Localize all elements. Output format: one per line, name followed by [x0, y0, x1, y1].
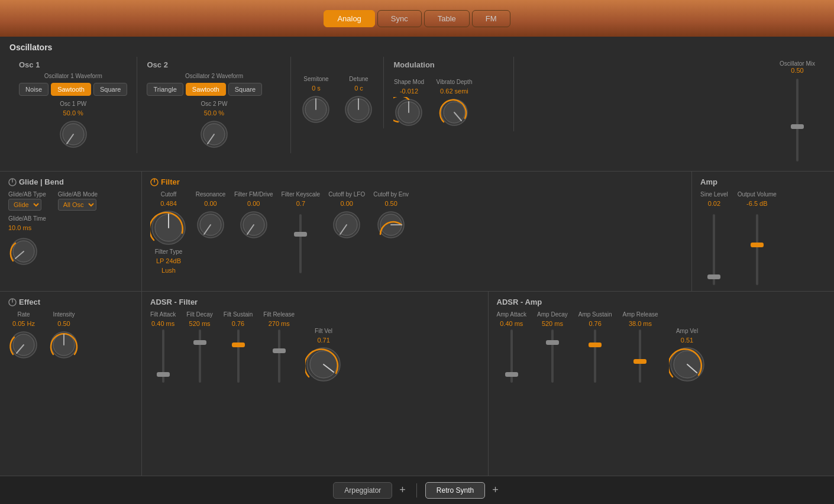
- effect-knobs: Rate 0.05 Hz Intensity 0.50: [8, 311, 133, 360]
- filter-power-icon[interactable]: [150, 178, 159, 186]
- shape-mod-label: Shape Mod: [394, 79, 424, 85]
- filt-release-thumb[interactable]: [273, 348, 286, 353]
- modulation-panel: Modulation Shape Mod -0.012 Vibrato: [384, 57, 514, 131]
- filter-type-value: LP 24dB: [156, 257, 181, 264]
- filt-decay-thumb[interactable]: [193, 340, 206, 345]
- adsr-filter-title: ADSR - Filter: [150, 298, 198, 306]
- amp-sustain-track[interactable]: [594, 329, 596, 383]
- glide-mode-label: Glide/AB Mode: [58, 191, 98, 198]
- arpeggiator-tab[interactable]: Arpeggiator: [333, 482, 392, 499]
- amp-sustain-thumb[interactable]: [589, 343, 602, 347]
- output-vol-thumb[interactable]: [751, 243, 764, 247]
- filter-resonance-knob[interactable]: [195, 209, 226, 240]
- output-vol-group: Output Volume -6.5 dB: [738, 191, 777, 285]
- glide-params-row1: Glide/AB Type Glide Glide/AB Mode All Os…: [8, 191, 133, 211]
- filter-fm-knob[interactable]: [238, 209, 269, 240]
- tab-analog[interactable]: Analog: [324, 10, 374, 27]
- filt-decay-track[interactable]: [199, 329, 201, 383]
- amp-decay-track[interactable]: [551, 329, 554, 383]
- glide-type-item: Glide/AB Type Glide: [8, 191, 46, 211]
- shape-mod-value: -0.012: [400, 88, 418, 95]
- tab-fm[interactable]: FM: [472, 10, 510, 27]
- osc1-sawtooth-btn[interactable]: Sawtooth: [51, 83, 91, 96]
- osc1-square-btn[interactable]: Square: [93, 83, 127, 96]
- adsr-amp-section: ADSR - Amp Amp Attack 0.40 ms Amp Decay …: [489, 292, 835, 476]
- cutoff-lfo-value: 0.00: [340, 200, 353, 207]
- filter-type-label: Filter Type: [155, 248, 183, 255]
- osc-mix-slider-track[interactable]: [796, 79, 799, 161]
- filter-keyscale-thumb[interactable]: [294, 232, 307, 237]
- osc-mix-slider-thumb[interactable]: [791, 124, 804, 129]
- glide-time-knob[interactable]: [8, 236, 39, 267]
- filt-attack-thumb[interactable]: [157, 372, 170, 377]
- osc1-waveform-label: Oscillator 1 Waveform: [19, 73, 127, 79]
- middle-row: Glide | Bend Glide/AB Type Glide Glide/A…: [0, 172, 834, 292]
- glide-time-label: Glide/AB Time: [8, 215, 46, 222]
- adsr-amp-header: ADSR - Amp: [497, 298, 826, 306]
- filt-vel-knob[interactable]: [305, 346, 342, 383]
- effect-rate-knob[interactable]: [8, 329, 39, 360]
- osc2-pw-knob[interactable]: [199, 119, 229, 150]
- osc1-pw-group: Osc 1 PW 50.0 %: [19, 101, 127, 150]
- cutoff-lfo-knob[interactable]: [331, 209, 362, 240]
- amp-release-thumb[interactable]: [633, 359, 646, 364]
- filter-header: Filter: [150, 177, 683, 186]
- add-retro-synth-btn[interactable]: +: [490, 484, 501, 496]
- filter-knobs-row: Cutoff 0.484 Filter Type LP 24dB Lush Re…: [150, 191, 683, 274]
- cutoff-env-knob[interactable]: [376, 209, 406, 240]
- amp-attack-value: 0.40 ms: [500, 320, 523, 327]
- amp-vel-knob[interactable]: [669, 346, 706, 383]
- osc2-detune-group: Detune 0 c: [343, 76, 374, 125]
- osc1-label: Osc 1: [19, 60, 127, 69]
- bottom-row: Effect Rate 0.05 Hz Intensity 0.50: [0, 292, 834, 476]
- osc2-triangle-btn[interactable]: Triangle: [147, 83, 183, 96]
- filt-release-item: Filt Release 270 ms: [263, 311, 295, 383]
- filt-sustain-thumb[interactable]: [232, 343, 245, 347]
- filt-attack-track[interactable]: [162, 329, 164, 383]
- filt-release-track[interactable]: [278, 329, 280, 383]
- amp-header: Amp: [700, 177, 826, 186]
- amp-sustain-item: Amp Sustain 0.76: [578, 311, 612, 383]
- effect-power-icon[interactable]: [8, 298, 17, 306]
- osc2-semitone-value: 0 s: [312, 85, 321, 92]
- amp-attack-label: Amp Attack: [497, 311, 527, 318]
- output-vol-track[interactable]: [756, 214, 758, 285]
- filter-fm-label: Filter FM/Drive: [234, 191, 273, 198]
- amp-release-track[interactable]: [639, 329, 641, 383]
- amp-attack-thumb[interactable]: [505, 372, 518, 377]
- amp-title: Amp: [700, 177, 717, 186]
- filter-cutoff-label: Cutoff: [161, 191, 177, 198]
- osc2-detune-knob[interactable]: [343, 94, 374, 125]
- shape-mod-knob[interactable]: [393, 97, 424, 128]
- glide-power-icon[interactable]: [8, 178, 17, 186]
- amp-decay-item: Amp Decay 520 ms: [537, 311, 568, 383]
- filter-resonance-value: 0.00: [204, 200, 216, 207]
- effect-intensity-value: 0.50: [57, 320, 70, 327]
- osc2-square-btn[interactable]: Square: [228, 83, 262, 96]
- filter-keyscale-track[interactable]: [299, 214, 302, 273]
- modulation-label: Modulation: [393, 60, 504, 69]
- filt-sustain-track[interactable]: [237, 329, 240, 383]
- vibrato-depth-knob[interactable]: [439, 97, 470, 128]
- glide-mode-select[interactable]: All Osc: [58, 199, 96, 211]
- osc2-semitone-knob[interactable]: [300, 94, 331, 125]
- filter-cutoff-knob[interactable]: [150, 209, 187, 246]
- sine-level-track[interactable]: [713, 214, 715, 285]
- osc1-noise-btn[interactable]: Noise: [19, 83, 49, 96]
- effect-intensity-knob[interactable]: [49, 329, 79, 360]
- amp-decay-thumb[interactable]: [546, 340, 559, 345]
- filt-vel-item: Filt Vel 0.71: [305, 328, 342, 383]
- retro-synth-tab[interactable]: Retro Synth: [425, 482, 485, 499]
- sine-level-value: 0.02: [708, 200, 720, 207]
- tab-table[interactable]: Table: [424, 10, 470, 27]
- filt-decay-value: 520 ms: [189, 320, 211, 327]
- sine-level-thumb[interactable]: [707, 274, 720, 279]
- glide-type-select[interactable]: Glide: [8, 199, 41, 211]
- amp-attack-track[interactable]: [510, 329, 513, 383]
- tab-sync[interactable]: Sync: [377, 10, 422, 27]
- osc2-sawtooth-btn[interactable]: Sawtooth: [186, 83, 226, 96]
- cutoff-env-group: Cutoff by Env 0.50: [373, 191, 409, 240]
- add-arpeggiator-btn[interactable]: +: [397, 484, 408, 496]
- osc2-detune-label: Detune: [349, 76, 368, 82]
- osc1-pw-knob[interactable]: [58, 119, 89, 150]
